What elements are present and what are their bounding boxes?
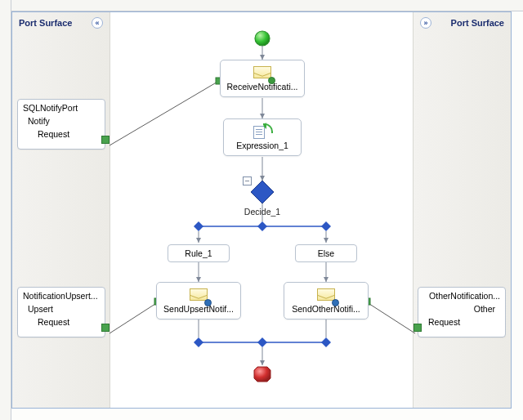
port-surface-right-header: » Port Surface — [413, 12, 511, 34]
port-anchor-icon[interactable] — [413, 324, 422, 332]
port-other-notification-message: Request — [428, 317, 500, 327]
port-surface-left-title: Port Surface — [19, 18, 72, 28]
expression-shape[interactable]: Expression_1 — [223, 118, 302, 156]
port-notification-upsert-operation: Upsert — [28, 304, 100, 314]
svg-line-18 — [367, 302, 415, 333]
else-label: Else — [318, 248, 334, 258]
send-other-label: SendOtherNotifi... — [292, 304, 360, 314]
port-sql-notify-operation: Notify — [28, 116, 100, 126]
port-surface-right-title: Port Surface — [451, 18, 504, 28]
design-canvas[interactable]: Port Surface « » Port Surface SQLNotifyP… — [11, 11, 512, 409]
receive-label: ReceiveNotificati... — [227, 82, 298, 92]
port-surface-right[interactable]: » Port Surface — [413, 12, 511, 408]
send-other-shape[interactable]: SendOtherNotifi... — [284, 282, 369, 319]
collapse-toggle[interactable]: – — [243, 176, 252, 185]
svg-line-14 — [110, 81, 219, 145]
port-other-notification-name: OtherNotification... — [423, 291, 500, 301]
envelope-receive-icon — [253, 66, 271, 80]
svg-line-16 — [110, 302, 158, 333]
decide-label: Decide_1 — [238, 207, 287, 217]
port-other-notification[interactable]: OtherNotification... Other Request — [418, 287, 506, 337]
port-sql-notify[interactable]: SQLNotifyPort Notify Request — [17, 99, 105, 150]
port-notification-upsert-name: NotificationUpsert... — [23, 291, 100, 301]
rule-label: Rule_1 — [185, 248, 212, 258]
port-sql-notify-name: SQLNotifyPort — [23, 103, 100, 113]
port-other-notification-operation: Other — [423, 304, 495, 314]
receive-shape[interactable]: ReceiveNotificati... — [220, 60, 305, 97]
ruler-top — [0, 0, 523, 11]
expression-label: Expression_1 — [236, 141, 288, 150]
svg-point-0 — [255, 31, 270, 46]
send-upsert-label: SendUpsertNotif... — [163, 304, 234, 314]
port-surface-left-header: Port Surface « — [12, 12, 110, 34]
port-notification-upsert[interactable]: NotificationUpsert... Upsert Request — [17, 287, 105, 337]
collapse-right-icon[interactable]: » — [420, 17, 431, 29]
ruler-left — [0, 0, 11, 420]
rule-shape[interactable]: Rule_1 — [168, 244, 230, 262]
envelope-send-icon — [190, 288, 208, 302]
send-upsert-shape[interactable]: SendUpsertNotif... — [156, 282, 241, 319]
else-shape[interactable]: Else — [295, 244, 357, 262]
expression-icon — [253, 124, 271, 139]
port-notification-upsert-message: Request — [38, 317, 100, 327]
port-anchor-icon[interactable] — [101, 136, 110, 144]
port-sql-notify-message: Request — [38, 129, 100, 139]
collapse-left-icon[interactable]: « — [92, 17, 103, 29]
envelope-send-icon — [317, 288, 335, 302]
port-surface-left[interactable]: Port Surface « — [12, 12, 110, 408]
port-anchor-icon[interactable] — [101, 324, 110, 332]
